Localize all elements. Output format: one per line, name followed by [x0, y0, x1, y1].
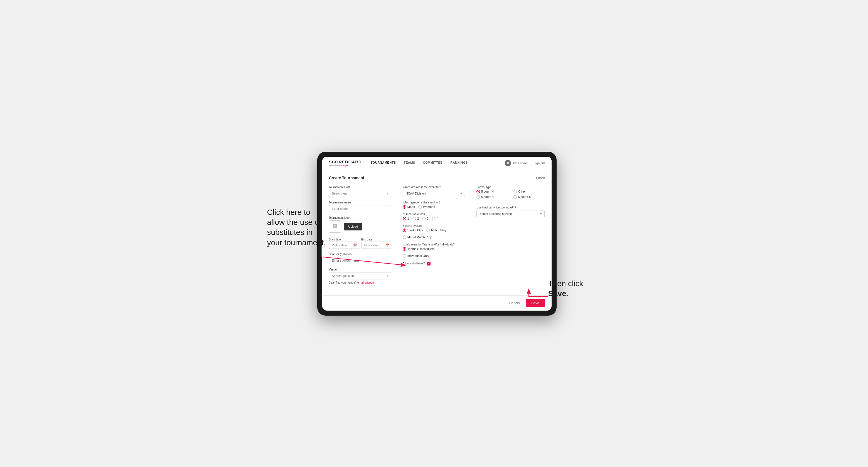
tournament-logo-label: Tournament logo [329, 216, 391, 219]
scoring-match-option[interactable]: Match Play [426, 228, 446, 232]
format-5count4-radio[interactable] [476, 190, 480, 193]
scoring-medal-radio[interactable] [403, 236, 406, 239]
host-dropdown-icon: ▼ [386, 192, 389, 195]
gender-womens-radio[interactable] [418, 205, 422, 209]
gender-womens-option[interactable]: Womens [418, 205, 435, 209]
format-6count5-radio[interactable] [514, 195, 517, 199]
sign-out-link[interactable]: Sign out [533, 161, 545, 165]
tournament-name-input[interactable] [329, 205, 391, 212]
date-row: Start date 📅 End date [329, 237, 391, 249]
rounds-label: Number of rounds [403, 213, 465, 216]
rounds-2-option[interactable]: 2 [412, 217, 419, 220]
nav-avatar: B [505, 160, 511, 166]
teams-radio[interactable] [403, 247, 406, 251]
tablet-screen: SCOREBOARD Powered by clippd TOURNAMENTS… [322, 157, 552, 311]
format-other-radio[interactable] [514, 190, 517, 193]
sponsor-group: Sponsor (optional) [329, 253, 391, 264]
end-date-icon: 📅 [385, 243, 389, 247]
scoring-api-group: Use third-party live scoring API? Select… [476, 206, 545, 217]
nav-user: B blair admin | Sign out [505, 160, 545, 166]
rounds-1-radio[interactable] [403, 217, 406, 220]
save-button[interactable]: Save [526, 299, 545, 307]
rounds-group: Number of rounds 1 2 [403, 213, 465, 220]
format-5count4-option[interactable]: 5 count 4 [476, 190, 508, 193]
logo-powered: Powered by clippd [329, 164, 362, 167]
gender-mens-option[interactable]: Mens [403, 205, 415, 209]
gender-radio-group: Mens Womens [403, 205, 465, 209]
gender-label: Which gender is the event for? [403, 201, 465, 204]
content-area: Create Tournament < Back Tournament Host… [322, 170, 552, 295]
email-support-link[interactable]: email support [357, 281, 374, 284]
format-6count4-radio[interactable] [476, 195, 480, 199]
tournament-host-group: Tournament Host ▼ [329, 186, 391, 197]
scoring-stroke-option[interactable]: Stroke Play [403, 228, 423, 232]
start-date-icon: 📅 [353, 243, 357, 247]
allow-substitutes-checkbox[interactable] [427, 261, 431, 266]
image-icon: 🖼 [333, 223, 338, 229]
rounds-radio-group: 1 2 3 [403, 217, 465, 220]
format-options-grid: 5 count 4 Other 6 count 4 [476, 190, 545, 199]
venue-label: Venue [329, 268, 391, 271]
individuals-radio[interactable] [403, 254, 406, 258]
form-grid: Tournament Host ▼ Tournament name Tourna [329, 186, 545, 284]
annotation-left: Click here to allow the use of substitut… [267, 207, 329, 248]
scoring-system-group: Scoring system Stroke Play Match Play [403, 224, 465, 239]
allow-substitutes-label: Allow substitutes? [403, 262, 425, 265]
scoring-radio-group: Stroke Play Match Play Medal Match Play [403, 228, 465, 239]
start-date-wrapper: 📅 [329, 242, 359, 249]
rounds-2-radio[interactable] [412, 217, 416, 220]
tournament-name-group: Tournament name [329, 201, 391, 212]
rounds-1-option[interactable]: 1 [403, 217, 409, 220]
form-section-left: Tournament Host ▼ Tournament name Tourna [329, 186, 397, 284]
rounds-4-option[interactable]: 4 [432, 217, 438, 220]
scoring-medal-option[interactable]: Medal Match Play [403, 236, 432, 239]
division-group: Which division is the event for? NCAA Di… [403, 186, 465, 197]
rounds-4-radio[interactable] [432, 217, 436, 220]
format-6count5-option[interactable]: 6 count 5 [514, 195, 545, 199]
gender-group: Which gender is the event for? Mens Wome… [403, 201, 465, 209]
nav-link-rankings[interactable]: RANKINGS [450, 161, 468, 165]
annotation-right: Then click Save. [548, 279, 604, 299]
scoring-service-select[interactable]: Select a scoring service [476, 210, 545, 217]
tournament-name-label: Tournament name [329, 201, 391, 204]
venue-group: Venue ▼ Can't find your venue? email sup… [329, 268, 391, 284]
individuals-option[interactable]: Individuals Only [403, 254, 429, 258]
rounds-3-radio[interactable] [422, 217, 426, 220]
upload-button[interactable]: Upload [344, 223, 363, 230]
gender-mens-radio[interactable] [403, 205, 406, 209]
end-date-wrapper: 📅 [361, 242, 391, 249]
start-date-group: Start date 📅 [329, 237, 359, 249]
tournament-host-label: Tournament Host [329, 186, 391, 189]
sponsor-label: Sponsor (optional) [329, 253, 391, 256]
tablet-frame: SCOREBOARD Powered by clippd TOURNAMENTS… [317, 152, 557, 316]
nav-link-tournaments[interactable]: TOURNAMENTS [371, 161, 396, 165]
scoring-api-label: Use third-party live scoring API? [476, 206, 545, 209]
allow-substitutes-option: Allow substitutes? [403, 261, 465, 266]
division-label: Which division is the event for? [403, 186, 465, 189]
format-other-option[interactable]: Other [514, 190, 545, 193]
venue-input[interactable] [329, 272, 391, 279]
venue-dropdown-icon: ▼ [386, 274, 389, 277]
form-footer: Cancel Save [322, 295, 552, 311]
tournament-host-input[interactable] [329, 190, 391, 197]
teams-radio-group: Teams (+Individuals) Individuals Only [403, 247, 465, 258]
format-6count4-option[interactable]: 6 count 4 [476, 195, 508, 199]
start-date-label: Start date [329, 238, 341, 241]
cancel-button[interactable]: Cancel [506, 300, 523, 307]
date-group: Start date 📅 End date [329, 237, 391, 249]
sponsor-input[interactable] [329, 257, 391, 264]
logo-placeholder: 🖼 [329, 220, 341, 233]
end-date-group: End date 📅 [361, 237, 391, 249]
back-link[interactable]: < Back [535, 176, 545, 180]
scoring-stroke-radio[interactable] [403, 228, 406, 232]
teams-individuals-group: Is this event for Teams and/or Individua… [403, 243, 465, 258]
logo-upload-area: 🖼 Upload [329, 220, 391, 233]
form-section-right: Format type 5 count 4 Other [476, 186, 545, 284]
nav-link-teams[interactable]: TEAMS [404, 161, 415, 165]
nav-link-committee[interactable]: COMMITTEE [423, 161, 443, 165]
scoring-match-radio[interactable] [426, 228, 430, 232]
division-select[interactable]: NCAA Division I [403, 190, 465, 197]
rounds-3-option[interactable]: 3 [422, 217, 429, 220]
teams-option[interactable]: Teams (+Individuals) [403, 247, 436, 251]
venue-help: Can't find your venue? email support [329, 281, 391, 284]
